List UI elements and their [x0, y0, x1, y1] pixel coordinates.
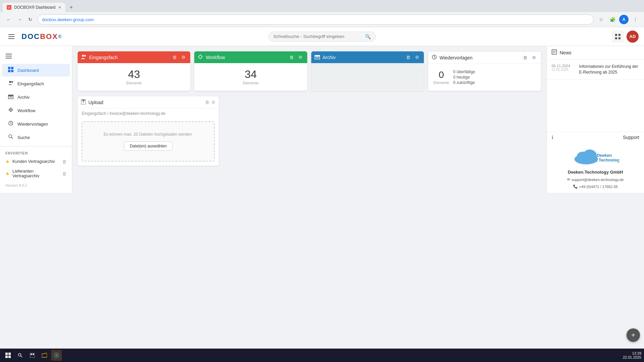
svg-rect-26 [316, 57, 318, 58]
app-menu-btn[interactable] [5, 31, 17, 43]
support-title: Support [623, 135, 639, 140]
svg-rect-6 [618, 37, 620, 39]
forward-btn[interactable]: → [15, 15, 24, 24]
ueberfaellige-text: 0 überfällige [453, 70, 475, 74]
url-bar[interactable]: docbox.deeken-group.com [38, 14, 594, 25]
upload-widget: Upload 🗑 ⚙ Eingangsfach / invoice@deeken… [78, 96, 219, 166]
sidebar-divider [0, 146, 72, 146]
svg-rect-12 [8, 70, 10, 72]
archiv-settings-btn[interactable]: ⚙ [414, 54, 420, 60]
widget-archiv-header: Archiv 🗑 ⚙ [311, 51, 424, 63]
eingangsfach-header-actions: 🗑 ⚙ [171, 54, 187, 60]
news-text-0: Informationen zur Einführung der E-Rechn… [579, 64, 639, 75]
svg-rect-18 [10, 97, 12, 97]
fav-item-lieferanten[interactable]: ★ Lieferanten Vertragsarchiv 🗑 [0, 167, 72, 181]
eingangsfach-body: 43 Elemente [78, 63, 190, 90]
sidebar-item-archiv[interactable]: Archiv [2, 91, 70, 103]
sidebar-item-dashboard[interactable]: Dashboard [2, 64, 70, 77]
news-header: News [547, 46, 644, 60]
archiv-card-icon [315, 54, 320, 60]
upload-icon [81, 99, 86, 105]
wiedervorlagen-delete-btn[interactable]: 🗑 [522, 54, 529, 61]
svg-rect-7 [6, 54, 12, 54]
delete-fav-lieferanten[interactable]: 🗑 [62, 171, 67, 176]
sidebar: Dashboard Eingangsfach Archiv Workflow W [0, 46, 72, 193]
search-input[interactable] [273, 34, 362, 39]
archiv-delete-btn[interactable]: 🗑 [405, 54, 412, 60]
sidebar-item-suche[interactable]: Suche [2, 131, 70, 144]
svg-text:Technology: Technology [599, 158, 619, 163]
menu-dots-btn[interactable]: ⋮ [631, 15, 640, 24]
zukuenftige-text: 0 zukünftige [453, 80, 475, 85]
eingangsfach-count: 43 [128, 69, 140, 80]
workflow-settings-btn[interactable]: ⚙ [297, 54, 304, 60]
support-email: ✉ support@deeken-technology.de [567, 177, 623, 182]
support-company: Deeken.Technology GmbH [568, 170, 623, 175]
svg-point-14 [9, 81, 11, 83]
sidebar-item-wiedervorlagen[interactable]: Wiedervorlagen [2, 118, 70, 130]
topbar-avatar[interactable]: AD [627, 31, 639, 43]
widget-wiedervorlagen[interactable]: Wiedervorlagen 🗑 ⚙ 0 Elemente 0 überfäll… [428, 51, 541, 91]
wiedervorlagen-count: 0 [434, 70, 449, 80]
tab-favicon: D [7, 5, 11, 10]
back-btn[interactable]: ← [4, 15, 13, 24]
suche-icon [7, 134, 14, 141]
sidebar-item-eingangsfach[interactable]: Eingangsfach [2, 77, 70, 90]
sidebar-version: Version 8.0.2 [0, 181, 72, 190]
extension-btn[interactable]: 🧩 [608, 15, 617, 24]
sidebar-label-dashboard: Dashboard [17, 68, 39, 73]
eingangsfach-delete-btn[interactable]: 🗑 [171, 54, 178, 60]
upload-delete-btn[interactable]: 🗑 [205, 100, 209, 105]
app-topbar: DOC BOX ® 🔍 AD [0, 27, 644, 46]
upload-drop-zone[interactable]: Es können max. 20 Dateien hochgeladen we… [82, 121, 215, 162]
eingangsfach-settings-btn[interactable]: ⚙ [180, 54, 187, 60]
svg-text:Deeken: Deeken [597, 153, 612, 158]
widget-workflow-header: Workflow 🗑 ⚙ [194, 51, 307, 63]
news-icon [552, 49, 557, 56]
eingangsfach-icon [7, 80, 14, 87]
sidebar-item-workflow[interactable]: Workflow [2, 104, 70, 117]
workflow-delete-btn[interactable]: 🗑 [288, 54, 295, 60]
browser-tab[interactable]: D DOCBOX® Dashboard ✕ [3, 3, 65, 12]
workflow-label: Elemente [243, 81, 258, 85]
svg-rect-24 [315, 55, 320, 56]
delete-fav-kunden[interactable]: 🗑 [62, 159, 67, 164]
widget-archiv[interactable]: Archiv 🗑 ⚙ [311, 51, 424, 91]
support-info-icon: ℹ [552, 135, 553, 140]
topbar-grid-btn[interactable] [612, 31, 624, 43]
search-icon[interactable]: 🔍 [365, 34, 371, 39]
news-item-0: 06.11.2024 22.01.2025 Informationen zur … [547, 60, 644, 80]
svg-rect-8 [6, 56, 12, 56]
svg-rect-2 [8, 38, 14, 39]
svg-rect-10 [8, 67, 10, 69]
upload-path: Eingangsfach / invoice@deeken-technology… [78, 108, 219, 119]
wiedervorlagen-details: 0 überfällige 0 heutige 0 zukünftige [453, 69, 475, 86]
wiedervorlagen-settings-btn[interactable]: ⚙ [531, 54, 537, 61]
fav-label-lieferanten: Lieferanten Vertragsarchiv [12, 169, 59, 178]
widget-workflow[interactable]: Workflow 🗑 ⚙ 34 Elemente [194, 51, 307, 91]
upload-header-actions: 🗑 ⚙ [205, 100, 215, 105]
upload-settings-btn[interactable]: ⚙ [211, 100, 215, 105]
workflow-card-icon [198, 54, 203, 60]
sidebar-label-wiedervorlagen: Wiedervorlagen [17, 122, 48, 127]
wiedervorlagen-card-title: Wiedervorlagen [440, 55, 473, 60]
widget-eingangsfach[interactable]: Eingangsfach 🗑 ⚙ 43 Elemente [78, 51, 190, 91]
svg-rect-4 [618, 34, 620, 36]
new-tab-btn[interactable]: + [67, 3, 76, 12]
fav-item-kunden[interactable]: ★ Kunden Vertragsarchiv 🗑 [0, 156, 72, 167]
upload-drop-hint: Es können max. 20 Dateien hochgeladen we… [88, 132, 209, 137]
archiv-header-actions: 🗑 ⚙ [405, 54, 420, 60]
upload-select-btn[interactable]: Datei(en) auswählen [124, 141, 172, 151]
profile-btn[interactable]: A [619, 15, 629, 24]
svg-point-23 [84, 55, 86, 57]
archiv-card-title: Archiv [323, 55, 336, 60]
dashboard-cards-row: Eingangsfach 🗑 ⚙ 43 Elemente W [78, 51, 541, 91]
search-bar: 🔍 [268, 32, 376, 42]
bookmark-btn[interactable]: ☆ [596, 15, 606, 24]
sidebar-toggle-btn[interactable] [3, 50, 15, 62]
news-title: News [560, 50, 571, 55]
tab-close-btn[interactable]: ✕ [58, 5, 61, 10]
refresh-btn[interactable]: ↻ [26, 15, 35, 24]
favoriten-label: Favoriten [0, 148, 72, 156]
upload-title: Upload [88, 100, 103, 105]
